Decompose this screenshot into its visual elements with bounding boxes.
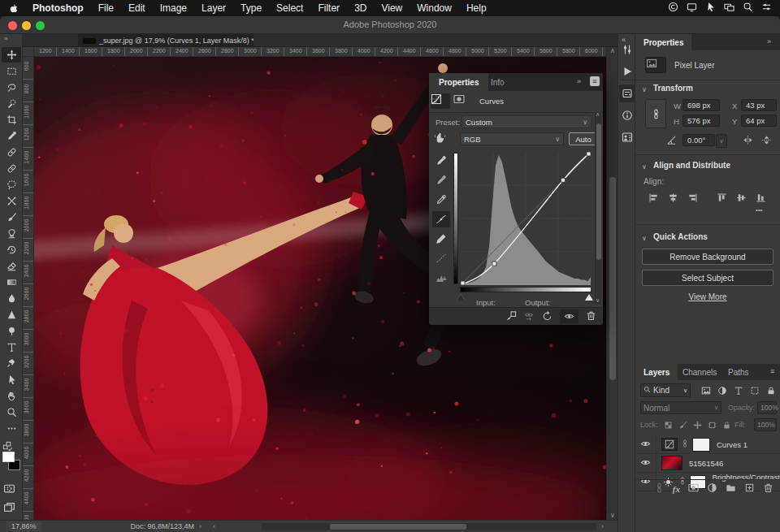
menu-window[interactable]: Window [410,2,459,14]
align-center-v-button[interactable] [733,190,749,205]
curves-adjustment-icon-button[interactable] [431,93,450,109]
ruler-origin-corner[interactable] [23,47,34,57]
tool-more[interactable] [2,421,21,436]
screen-share-menu-icon[interactable] [724,2,734,15]
expand-panels-icon[interactable]: » [767,37,771,45]
fx-icon[interactable]: fx [673,484,680,494]
scroll-up-icon[interactable]: ∧ [596,111,600,118]
x-field[interactable]: 43 px [741,99,777,111]
tool-path-select[interactable] [2,372,21,387]
image-layer-thumbnail[interactable] [661,456,682,470]
tool-eraser[interactable] [2,258,21,274]
clip-layer-button[interactable] [506,310,517,322]
rail-info-button[interactable] [619,106,635,124]
menu-image[interactable]: Image [153,2,194,14]
channel-dropdown[interactable]: RGB ∨ [460,132,564,145]
curves-layer-icon[interactable] [661,438,678,451]
lock-brush-button[interactable] [676,418,689,431]
mask-button[interactable] [688,482,699,495]
chevron-down-icon[interactable]: ∨ [642,86,647,93]
link-dimensions-button[interactable] [645,99,666,128]
chevron-down-icon[interactable]: ∨ [642,235,647,242]
tab-info[interactable]: Info [481,73,514,91]
tool-clone-stamp[interactable] [2,226,21,241]
menu-view[interactable]: View [374,2,410,14]
hist-warn-button[interactable] [432,270,450,286]
tool-patch[interactable] [2,177,21,192]
tab-properties[interactable]: Properties [429,73,488,91]
tool-sharpen[interactable] [2,307,21,322]
foreground-color-swatch[interactable] [2,452,15,462]
curves-plot[interactable] [461,152,591,285]
layer-mask-icon-button[interactable] [453,93,473,109]
flip-vertical-icon[interactable] [761,135,772,147]
blend-mode-dropdown[interactable]: Normal ∨ [640,401,722,414]
panel-scroll-thumb[interactable] [596,123,601,260]
tool-zoom[interactable] [2,404,21,420]
tool-move[interactable] [2,47,21,63]
toolbar-collapse-icon[interactable]: » [4,35,7,42]
select-subject-button[interactable]: Select Subject [642,270,774,286]
rail-play-button[interactable] [619,63,635,80]
tab-channels[interactable]: Channels [674,364,725,380]
preset-dropdown[interactable]: Custom ∨ [462,115,592,128]
menu-filter[interactable]: Filter [310,2,347,14]
rail-adjustments-button[interactable] [619,41,635,58]
tool-pen[interactable] [2,356,21,371]
collapse-panel-icon[interactable]: » [577,77,581,85]
menu-3d[interactable]: 3D [347,2,374,14]
scroll-left-icon[interactable]: ‹ [213,522,215,530]
horizontal-scroll-thumb[interactable] [330,524,466,530]
filter-adjust-filter-button[interactable] [715,384,730,397]
angle-field[interactable]: 0.00° [682,134,715,146]
menu-select[interactable]: Select [269,2,310,14]
scroll-down-icon[interactable]: ∨ [596,297,600,304]
fill-field[interactable]: 100% [754,418,777,431]
pointer-menu-icon[interactable] [705,2,716,15]
tool-quick-select[interactable] [2,96,21,111]
menu-photoshop[interactable]: Photoshop [25,2,91,14]
scroll-right-icon[interactable]: › [601,522,604,530]
black-point-slider[interactable] [457,294,465,301]
menu-type[interactable]: Type [233,2,269,14]
tool-blur[interactable] [2,291,21,306]
lock-lock-button[interactable] [720,418,733,431]
angle-dropdown-icon[interactable]: ∨ [716,134,727,148]
horizontal-scrollbar[interactable] [262,523,596,530]
more-options-icon[interactable]: ••• [756,206,762,214]
panel-menu-icon[interactable]: ≡ [770,367,774,375]
panel-scrollbar[interactable]: ∧ ∨ [595,112,601,304]
layer-row[interactable]: Curves 1 [635,435,780,454]
document-tab[interactable]: _super.jpg @ 17,9% (Curves 1, Layer Mask… [78,34,254,47]
filter-adjust-button[interactable] [707,482,717,495]
menu-layer[interactable]: Layer [194,2,233,14]
view-more-link[interactable]: View More [635,292,780,301]
tool-type[interactable] [2,340,21,355]
menu-edit[interactable]: Edit [121,2,153,14]
tool-marquee[interactable] [2,63,21,79]
layer-row[interactable]: 51561546 [635,454,780,473]
layer-name[interactable]: 51561546 [689,459,723,468]
display-mirror-menu-icon[interactable] [687,2,697,15]
new-layer-button[interactable] [744,482,755,495]
tool-history-brush[interactable] [2,242,21,257]
auto-button[interactable]: Auto [569,132,598,145]
tool-gradient[interactable] [2,275,21,290]
smooth-curve-button[interactable] [432,250,450,266]
trash-button[interactable] [586,310,596,322]
flip-horizontal-icon[interactable] [743,135,753,147]
tab-paths[interactable]: Paths [720,364,757,380]
filter-shape-filter-button[interactable] [748,384,762,397]
link-button[interactable] [654,482,665,495]
layer-filter-dropdown[interactable]: Kind ∨ [640,383,691,397]
layer-mask-thumbnail[interactable] [692,438,710,452]
tool-heal[interactable] [2,161,21,176]
search-menu-icon[interactable] [743,2,753,15]
filter-smart-filter-button[interactable] [764,384,778,397]
tool-spot-heal[interactable] [2,145,21,160]
vertical-scroll-thumb[interactable] [609,177,616,380]
panel-menu-icon[interactable]: ≡ [590,76,600,86]
eyedropper-black-button[interactable] [432,153,450,169]
apple-icon[interactable] [8,3,19,14]
layer-name[interactable]: Curves 1 [717,440,748,449]
